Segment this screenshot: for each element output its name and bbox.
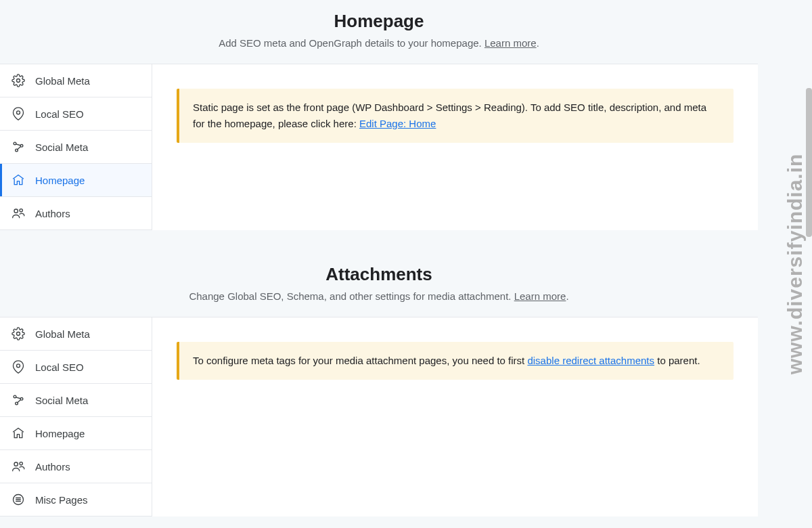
edit-page-link[interactable]: Edit Page: Home	[359, 118, 436, 129]
section-title: Homepage	[14, 11, 744, 32]
list-icon	[11, 492, 26, 507]
sidebar-item-label: Local SEO	[35, 108, 84, 120]
section-title: Attachments	[14, 264, 744, 285]
home-icon	[11, 426, 26, 441]
sidebar-homepage: Global MetaLocal SEOSocial MetaHomepageA…	[0, 64, 152, 230]
section-body-homepage: Global MetaLocal SEOSocial MetaHomepageA…	[0, 64, 758, 230]
scrollbar-thumb[interactable]	[806, 88, 812, 237]
sidebar-item-label: Local SEO	[35, 361, 84, 373]
sidebar-item-homepage[interactable]: Homepage	[0, 164, 152, 197]
section-subtitle: Add SEO meta and OpenGraph details to yo…	[14, 37, 744, 49]
sidebar-item-label: Global Meta	[35, 75, 90, 87]
sidebar-item-social-meta[interactable]: Social Meta	[0, 131, 152, 164]
content-area: To configure meta tags for your media at…	[152, 317, 758, 516]
sidebar-item-social-meta[interactable]: Social Meta	[0, 384, 152, 417]
notice-text: To configure meta tags for your media at…	[193, 355, 527, 366]
sidebar-item-local-seo[interactable]: Local SEO	[0, 351, 152, 384]
learn-more-link[interactable]: Learn more	[484, 37, 537, 49]
sidebar-item-label: Global Meta	[35, 328, 90, 340]
sidebar-item-label: Misc Pages	[35, 494, 88, 506]
sidebar-item-authors[interactable]: Authors	[0, 197, 152, 230]
gear-icon	[11, 326, 26, 341]
gear-icon	[11, 73, 26, 88]
sidebar-item-label: Homepage	[35, 428, 85, 439]
users-icon	[11, 459, 26, 474]
sidebar-item-homepage[interactable]: Homepage	[0, 417, 152, 450]
pin-icon	[11, 106, 26, 121]
sidebar-item-label: Homepage	[35, 175, 85, 186]
disable-redirect-link[interactable]: disable redirect attachments	[527, 355, 654, 366]
sidebar-item-local-seo[interactable]: Local SEO	[0, 97, 152, 131]
sidebar-item-label: Authors	[35, 208, 70, 219]
sidebar-item-label: Social Meta	[35, 141, 88, 153]
pin-icon	[11, 359, 26, 374]
learn-more-link[interactable]: Learn more	[514, 290, 566, 302]
users-icon	[11, 206, 26, 221]
notice-box: To configure meta tags for your media at…	[177, 342, 734, 380]
section-body-attachments: Global MetaLocal SEOSocial MetaHomepageA…	[0, 317, 758, 516]
sidebar-item-misc-pages[interactable]: Misc Pages	[0, 483, 152, 516]
section-header-homepage: Homepage Add SEO meta and OpenGraph deta…	[0, 0, 758, 64]
section-subtitle: Change Global SEO, Schema, and other set…	[14, 290, 744, 302]
notice-box: Static page is set as the front page (WP…	[177, 89, 734, 143]
sidebar-item-label: Authors	[35, 461, 70, 472]
home-icon	[11, 173, 26, 188]
sidebar-attachments: Global MetaLocal SEOSocial MetaHomepageA…	[0, 317, 152, 516]
content-area: Static page is set as the front page (WP…	[152, 64, 758, 230]
sidebar-item-authors[interactable]: Authors	[0, 450, 152, 483]
sidebar-item-label: Social Meta	[35, 395, 88, 406]
notice-text: Static page is set as the front page (WP…	[193, 102, 706, 129]
sidebar-item-global-meta[interactable]: Global Meta	[0, 64, 152, 97]
sidebar-item-global-meta[interactable]: Global Meta	[0, 317, 152, 351]
share-icon	[11, 139, 26, 154]
share-icon	[11, 393, 26, 408]
watermark: www.diversifyindia.in	[784, 154, 807, 375]
section-header-attachments: Attachments Change Global SEO, Schema, a…	[0, 230, 758, 317]
